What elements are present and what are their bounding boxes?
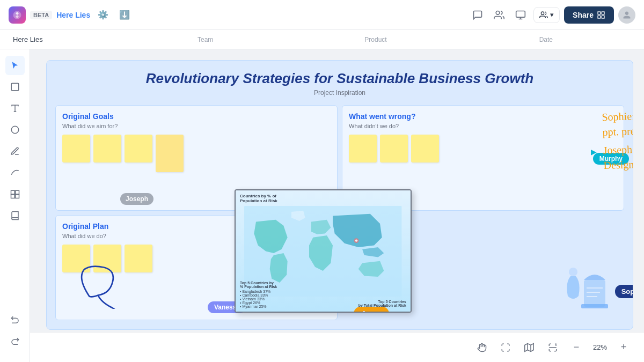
app-logo xyxy=(9,6,26,24)
top-toolbar: BETA Here Lies ⚙️ ⬇️ ▾ xyxy=(0,0,644,30)
sticky-note[interactable] xyxy=(93,135,121,162)
presentation-board[interactable]: Revolutionary Strategies for Sustainable… xyxy=(46,60,633,330)
sticky-note[interactable] xyxy=(349,135,377,162)
present-button[interactable] xyxy=(512,6,529,24)
zoom-out-button[interactable]: − xyxy=(567,338,586,357)
doc-title[interactable]: Here Lies xyxy=(56,11,90,19)
board-subtitle: Project Inspiration xyxy=(47,89,633,97)
svg-rect-7 xyxy=(602,16,604,18)
doc-header-bar: Here Lies Team Product Date xyxy=(0,30,644,49)
zoom-in-button[interactable]: + xyxy=(614,338,633,357)
section-title-2: What went wrong? xyxy=(349,112,617,121)
joseph-cursor: Joseph xyxy=(120,193,153,205)
library-tool[interactable] xyxy=(5,206,25,225)
section-subtitle-1: What did we aim for? xyxy=(62,123,331,129)
toolbar-right: ▾ Share xyxy=(469,6,635,24)
undo-button[interactable] xyxy=(5,311,25,330)
handwriting-line3: Joseph: xyxy=(603,139,633,157)
download-button[interactable]: ⬇️ xyxy=(116,6,133,24)
sticky-note[interactable] xyxy=(411,135,439,162)
line-tool[interactable] xyxy=(5,163,25,182)
sticky-notes-2 xyxy=(349,135,617,162)
share-label: Share xyxy=(573,11,594,19)
undo-redo-group xyxy=(5,311,25,356)
date-meta: Date xyxy=(461,36,631,43)
sticky-note[interactable] xyxy=(62,135,90,162)
handwriting-notes: Sophie: ppt. present Joseph: Design, QA xyxy=(602,106,633,172)
svg-point-16 xyxy=(569,268,577,276)
canvas-area[interactable]: Revolutionary Strategies for Sustainable… xyxy=(30,49,644,362)
svg-rect-11 xyxy=(15,190,19,194)
sophie-cursor: Sophie xyxy=(615,285,633,298)
sticky-note[interactable] xyxy=(125,135,152,162)
sticky-notes-1 xyxy=(62,135,331,172)
sticky-note[interactable] xyxy=(380,135,408,162)
fit-screen-button[interactable] xyxy=(496,338,515,357)
board-title: Revolutionary Strategies for Sustainable… xyxy=(47,61,633,89)
share-button[interactable]: Share xyxy=(564,6,614,24)
cursor-tool[interactable] xyxy=(5,56,25,75)
sticky-note[interactable] xyxy=(156,135,184,172)
svg-rect-12 xyxy=(11,195,14,198)
svg-rect-2 xyxy=(516,11,525,17)
lasso-shape xyxy=(72,261,142,309)
map-view-button[interactable] xyxy=(519,338,539,357)
section-subtitle-2: What didn't we do? xyxy=(349,123,617,129)
svg-point-9 xyxy=(11,126,19,134)
svg-point-3 xyxy=(541,12,544,14)
svg-rect-13 xyxy=(15,195,19,198)
svg-rect-5 xyxy=(602,12,604,14)
svg-rect-6 xyxy=(598,16,601,18)
team-meta: Team xyxy=(120,36,290,43)
map-title: Countries by % ofPopulation at Risk xyxy=(240,194,277,203)
section-title-1: Original Goals xyxy=(62,112,331,121)
tombstone-illustration xyxy=(552,258,616,312)
svg-rect-15 xyxy=(581,304,608,308)
collaborators-button[interactable]: ▾ xyxy=(533,7,560,23)
doc-name: Here Lies xyxy=(13,35,120,43)
pen-tool[interactable] xyxy=(5,142,25,161)
cards-tool[interactable] xyxy=(5,184,25,204)
zoom-level: 22% xyxy=(590,343,610,351)
user-avatar[interactable] xyxy=(618,6,635,24)
toolbar-left: BETA Here Lies ⚙️ ⬇️ xyxy=(9,6,465,24)
redo-button[interactable] xyxy=(5,332,25,351)
svg-rect-10 xyxy=(11,190,14,194)
text-tool[interactable] xyxy=(5,99,25,118)
frame-tool[interactable] xyxy=(5,77,25,97)
svg-point-22 xyxy=(355,239,357,241)
shapes-tool[interactable] xyxy=(5,120,25,139)
bottom-toolbar-right: − 22% + xyxy=(472,338,633,357)
svg-rect-4 xyxy=(598,12,601,14)
beta-badge: BETA xyxy=(30,11,52,19)
svg-point-1 xyxy=(496,11,500,14)
bottom-toolbar: − 22% + xyxy=(30,332,644,362)
left-toolbar xyxy=(0,49,30,362)
svg-marker-23 xyxy=(525,343,534,351)
settings-button[interactable]: ⚙️ xyxy=(94,6,112,24)
hand-tool-button[interactable] xyxy=(472,338,492,357)
map-inner: Countries by % ofPopulation at Risk xyxy=(236,190,411,312)
product-meta: Product xyxy=(290,36,460,43)
svg-rect-8 xyxy=(11,83,19,91)
canvas-content: Revolutionary Strategies for Sustainable… xyxy=(46,60,633,330)
fit-width-button[interactable] xyxy=(543,338,562,357)
chat-button[interactable] xyxy=(469,6,486,24)
map-overlay[interactable]: Countries by % ofPopulation at Risk xyxy=(235,189,412,313)
jason-cursor: Jason xyxy=(354,307,389,313)
svg-rect-14 xyxy=(584,280,605,307)
live-button[interactable] xyxy=(491,6,508,24)
collaborators-label: ▾ xyxy=(550,11,554,19)
